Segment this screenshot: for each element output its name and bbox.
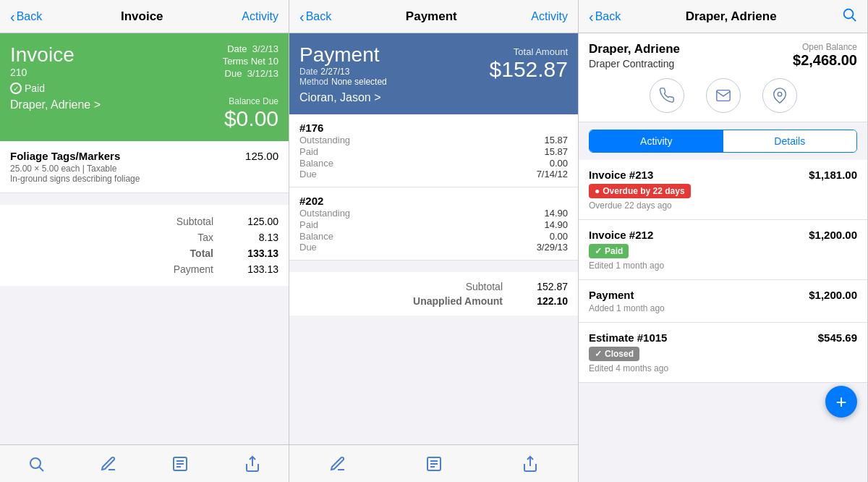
- invoice-meta: Date 3/2/13 Terms Net 10 Due 3/12/13: [223, 43, 278, 79]
- customer-search-icon[interactable]: [841, 7, 857, 26]
- customer-company: Draper Contracting: [589, 58, 680, 69]
- closed-badge: ✓ Closed: [589, 347, 639, 361]
- customer-actions: [589, 78, 857, 113]
- invoice-status: ✓ Paid: [10, 83, 101, 94]
- customer-back-label: Back: [595, 10, 621, 23]
- invoice-due: Due 3/12/13: [223, 68, 278, 79]
- overdue-badge-icon: ●: [595, 186, 600, 196]
- panel3-content-wrapper: Invoice #213 $1,181.00 ● Overdue by 22 d…: [579, 160, 867, 482]
- tax-label: Tax: [141, 232, 213, 243]
- invoice-title: Invoice: [10, 43, 101, 67]
- svg-line-14: [852, 17, 856, 21]
- activity-amount-1: $1,200.00: [809, 229, 857, 241]
- paid-badge: ✓ Paid: [589, 244, 629, 258]
- activity-item-1[interactable]: Invoice #212 $1,200.00 ✓ Paid Edited 1 m…: [579, 220, 867, 280]
- tab-activity[interactable]: Activity: [590, 130, 723, 152]
- inv-1-number: #202: [299, 195, 568, 207]
- line-item-desc: In-ground signs describing foliage: [10, 174, 278, 184]
- payment-back-chevron: ‹: [299, 9, 305, 24]
- activity-item-0[interactable]: Invoice #213 $1,181.00 ● Overdue by 22 d…: [579, 160, 867, 220]
- open-balance-amount: $2,468.00: [793, 52, 857, 69]
- invoice-activity-button[interactable]: Activity: [242, 10, 278, 23]
- line-item-0: Foliage Tags/Markers 125.00 25.00 × 5.00…: [0, 141, 289, 193]
- inv-1-due: Due 3/29/13: [299, 242, 568, 253]
- payment-subtotals: Subtotal 152.87 Unapplied Amount 122.10: [289, 272, 578, 316]
- activity-subtitle-3: Edited 4 months ago: [589, 363, 857, 373]
- payment-value: 133.13: [228, 263, 278, 275]
- email-button[interactable]: [706, 78, 741, 113]
- payment-toolbar: [289, 444, 578, 482]
- activity-item-2[interactable]: Payment $1,200.00 Added 1 month ago: [579, 280, 867, 323]
- closed-badge-text: Closed: [605, 349, 634, 359]
- invoice-back-button[interactable]: ‹ Back: [10, 9, 42, 24]
- phone-button[interactable]: [650, 78, 684, 113]
- invoice-toolbar: [0, 444, 289, 482]
- invoice-number: 210: [10, 67, 101, 78]
- tab-details[interactable]: Details: [723, 130, 857, 152]
- edit-toolbar-icon[interactable]: [100, 455, 117, 473]
- svg-line-1: [39, 467, 43, 471]
- payment-label: Payment: [141, 263, 213, 275]
- subtotal-row: Subtotal 125.00: [10, 213, 278, 229]
- customer-back-button[interactable]: ‹ Back: [589, 9, 621, 24]
- payment-meta: Date 2/27/13 Method None selected: [299, 67, 387, 87]
- svg-point-0: [30, 458, 41, 468]
- inv-0-due: Due 7/14/12: [299, 169, 568, 179]
- tax-value: 8.13: [228, 232, 278, 243]
- back-chevron-icon: ‹: [10, 9, 15, 24]
- share-toolbar-icon[interactable]: [244, 455, 261, 473]
- customer-header: Draper, Adriene Draper Contracting Open …: [579, 33, 867, 122]
- inv-1-balance: Balance 0.00: [299, 231, 568, 242]
- payment-invoice-1: #202 Outstanding 14.90 Paid 14.90 Balanc…: [289, 187, 578, 261]
- svg-rect-2: [31, 459, 40, 468]
- invoice-customer-link[interactable]: Draper, Adriene >: [10, 98, 101, 111]
- payment-edit-icon[interactable]: [329, 455, 346, 473]
- subtotal-value: 125.00: [228, 216, 278, 227]
- inv-0-number: #176: [299, 122, 568, 134]
- invoice-totals: Subtotal 125.00 Tax 8.13 Total 133.13 Pa…: [0, 205, 289, 286]
- paid-label: Paid: [25, 83, 45, 94]
- search-toolbar-icon[interactable]: [27, 455, 45, 473]
- customer-back-chevron: ‹: [589, 9, 594, 24]
- invoice-nav-title: Invoice: [121, 9, 163, 24]
- activity-item-3[interactable]: Estimate #1015 $545.69 ✓ Closed Edited 4…: [579, 323, 867, 383]
- invoice-nav-bar: ‹ Back Invoice Activity: [0, 0, 289, 33]
- paid-badge-text: Paid: [605, 246, 623, 256]
- activity-title-0: Invoice #213: [589, 169, 653, 181]
- payment-back-button[interactable]: ‹ Back: [299, 9, 331, 24]
- location-button[interactable]: [762, 78, 797, 113]
- payment-invoice-0: #176 Outstanding 15.87 Paid 15.87 Balanc…: [289, 114, 578, 187]
- activity-title-3: Estimate #1015: [589, 331, 667, 344]
- fab-spacer: +: [579, 383, 867, 426]
- line-item-detail: 25.00 × 5.00 each | Taxable: [10, 164, 278, 174]
- customer-name: Draper, Adriene: [589, 42, 680, 56]
- closed-badge-icon: ✓: [595, 349, 602, 359]
- customer-nav-title: Draper, Adriene: [686, 9, 777, 24]
- line-item-name: Foliage Tags/Markers: [10, 150, 120, 162]
- invoice-balance: Balance Due $0.00: [223, 96, 278, 131]
- overdue-badge: ● Overdue by 22 days: [589, 184, 691, 198]
- activity-amount-0: $1,181.00: [809, 169, 857, 181]
- payment-share-icon[interactable]: [522, 455, 539, 473]
- inv-0-outstanding: Outstanding 15.87: [299, 135, 568, 145]
- inv-1-paid: Paid 14.90: [299, 219, 568, 230]
- add-button[interactable]: +: [825, 386, 857, 418]
- pay-subtotal-row: Subtotal 152.87: [299, 279, 568, 294]
- payment-divider: [289, 261, 578, 266]
- payment-nav-title: Payment: [406, 9, 457, 24]
- svg-point-13: [844, 9, 854, 19]
- customer-nav-bar: ‹ Back Draper, Adriene: [579, 0, 867, 33]
- paid-check-icon: ✓: [10, 83, 22, 94]
- invoice-terms: Terms Net 10: [223, 56, 278, 67]
- invoice-header: Invoice 210 ✓ Paid Draper, Adriene > Dat…: [0, 33, 289, 141]
- tax-row: Tax 8.13: [10, 229, 278, 245]
- activity-amount-2: $1,200.00: [809, 289, 857, 301]
- payment-activity-button[interactable]: Activity: [531, 10, 568, 23]
- activity-subtitle-0: Overdue 22 days ago: [589, 200, 857, 211]
- overdue-badge-text: Overdue by 22 days: [603, 186, 684, 196]
- notes-toolbar-icon[interactable]: [171, 455, 189, 473]
- payment-notes-icon[interactable]: [425, 455, 443, 473]
- payment-customer-link[interactable]: Cioran, Jason >: [299, 91, 387, 104]
- balance-due-label: Balance Due: [223, 96, 278, 106]
- open-balance-label: Open Balance: [793, 42, 857, 52]
